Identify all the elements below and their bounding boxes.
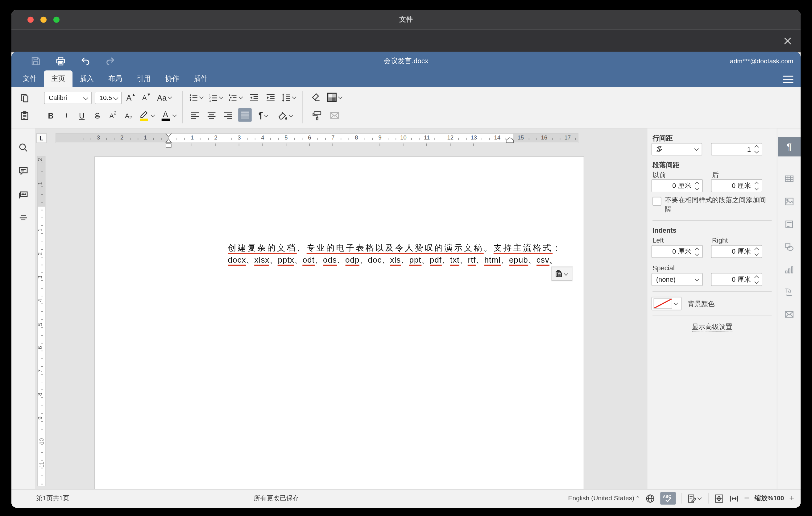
first-line-indent-marker[interactable] xyxy=(165,133,172,144)
line-spacing-button[interactable] xyxy=(281,92,298,103)
image-settings-icon[interactable] xyxy=(784,196,795,207)
fit-width-icon[interactable] xyxy=(729,493,739,503)
clear-style-icon[interactable] xyxy=(310,92,322,103)
spinner-arrows-icon[interactable] xyxy=(753,180,760,192)
subscript-button[interactable]: A2 xyxy=(122,110,135,121)
line-spacing-select[interactable]: 多 xyxy=(651,143,702,155)
spinner-arrows-icon[interactable] xyxy=(753,144,760,155)
zoom-out-button[interactable]: − xyxy=(744,493,749,504)
special-indent-by-spinner[interactable]: 0 厘米 xyxy=(711,273,762,286)
spinner-arrows-icon[interactable] xyxy=(753,246,760,258)
horizontal-ruler[interactable]: 3211234567891011121314151617 xyxy=(56,133,578,143)
spinner-arrows-icon[interactable] xyxy=(694,180,701,192)
ruler-tick xyxy=(278,138,279,140)
bold-button[interactable]: B xyxy=(45,110,57,121)
align-left-icon[interactable] xyxy=(188,110,201,121)
indent-right-spinner[interactable]: 0 厘米 xyxy=(711,245,762,258)
spinner-arrows-icon[interactable] xyxy=(694,246,701,258)
zoom-level[interactable]: 缩放%100 xyxy=(755,494,784,503)
navigation-headings-icon[interactable] xyxy=(18,212,29,224)
doc-text-segment: ： xyxy=(553,243,562,253)
paragraph-shading-button[interactable] xyxy=(277,110,295,121)
view-settings-icon[interactable] xyxy=(783,74,793,82)
paragraph-settings-icon[interactable]: ¶ xyxy=(778,137,801,156)
comments-icon[interactable] xyxy=(18,165,29,176)
left-indent-marker[interactable] xyxy=(165,144,172,147)
paste-icon[interactable] xyxy=(19,110,30,121)
set-language-icon[interactable] xyxy=(645,493,655,503)
change-case-icon[interactable]: Aa xyxy=(156,92,174,103)
copy-icon[interactable] xyxy=(19,92,30,104)
document-page[interactable]: 创建复杂的文档、专业的电子表格以及令人赞叹的演示文稿。支持主流格式： docx、… xyxy=(94,156,584,489)
language-selector[interactable]: English (United States)⌃ xyxy=(568,495,640,502)
tab-stop-tick xyxy=(239,144,239,146)
chat-icon[interactable] xyxy=(18,190,29,201)
tab-home[interactable]: 主页 xyxy=(44,70,72,87)
svg-text:3: 3 xyxy=(209,99,211,103)
close-icon[interactable] xyxy=(782,35,793,47)
copy-style-icon[interactable] xyxy=(311,110,323,121)
chart-settings-icon[interactable] xyxy=(784,264,795,276)
right-indent-marker[interactable] xyxy=(506,137,514,143)
bullet-list-button[interactable] xyxy=(188,92,205,103)
spinner-arrows-icon[interactable] xyxy=(753,274,760,285)
shape-settings-icon[interactable] xyxy=(784,241,795,253)
italic-button[interactable]: I xyxy=(60,110,72,121)
mail-merge-settings-icon[interactable] xyxy=(784,309,795,320)
align-right-icon[interactable] xyxy=(222,110,234,121)
line-spacing-value-spinner[interactable]: 1 xyxy=(711,143,762,155)
tab-insert[interactable]: 插入 xyxy=(72,70,101,87)
ruler-tick xyxy=(317,138,318,140)
indent-left-spinner[interactable]: 0 厘米 xyxy=(651,245,703,258)
tab-file[interactable]: 文件 xyxy=(16,70,44,87)
track-changes-icon[interactable] xyxy=(687,493,703,503)
align-center-icon[interactable] xyxy=(205,110,218,121)
multilevel-list-button[interactable] xyxy=(228,92,245,103)
special-indent-select[interactable]: (none) xyxy=(651,273,703,286)
superscript-button[interactable]: A2 xyxy=(107,110,119,121)
fit-page-icon[interactable] xyxy=(714,493,724,503)
decrease-font-icon[interactable]: A▼ xyxy=(140,92,153,103)
strikethrough-button[interactable]: S xyxy=(91,110,103,121)
ruler-number: 13 xyxy=(470,134,477,140)
tab-plugins[interactable]: 插件 xyxy=(186,70,215,87)
tab-references[interactable]: 引用 xyxy=(129,70,158,87)
chevron-down-icon xyxy=(673,301,678,305)
show-advanced-settings-link[interactable]: 显示高级设置 xyxy=(647,322,777,332)
font-color-button[interactable]: A xyxy=(160,109,178,122)
mail-merge-icon[interactable] xyxy=(328,110,341,121)
spacing-after-spinner[interactable]: 0 厘米 xyxy=(711,179,762,192)
spellcheck-icon[interactable]: ABC xyxy=(660,492,676,505)
ruler-tick xyxy=(83,138,83,140)
increase-font-icon[interactable]: A▲ xyxy=(125,92,137,103)
nonprinting-chars-button[interactable]: ¶ xyxy=(256,110,272,121)
tab-layout[interactable]: 布局 xyxy=(101,70,129,87)
tab-selector-button[interactable]: L xyxy=(36,133,47,143)
increase-indent-icon[interactable] xyxy=(264,92,277,103)
background-color-picker[interactable] xyxy=(651,297,682,311)
search-icon[interactable] xyxy=(18,142,29,153)
save-status: 所有更改已保存 xyxy=(254,489,299,507)
numbered-list-button[interactable]: 123 xyxy=(208,92,225,103)
vertical-ruler[interactable]: 211234567891011 xyxy=(37,156,46,486)
decrease-indent-icon[interactable] xyxy=(248,92,260,103)
font-name-select[interactable]: Calibri xyxy=(44,92,92,104)
tab-collaboration[interactable]: 协作 xyxy=(158,70,186,87)
ruler-tick xyxy=(114,138,115,140)
zoom-in-button[interactable]: + xyxy=(789,493,794,504)
highlight-color-button[interactable] xyxy=(138,109,156,122)
ruler-tick xyxy=(575,138,576,140)
paste-options-button[interactable] xyxy=(552,267,572,281)
page-color-button[interactable] xyxy=(325,92,345,103)
page-count[interactable]: 第1页共1页 xyxy=(36,489,69,507)
font-size-select[interactable]: 10.5 xyxy=(95,92,121,104)
tab-stop-tick xyxy=(379,144,380,146)
text-art-settings-icon[interactable]: Ta xyxy=(784,286,795,297)
chevron-down-icon xyxy=(564,271,568,275)
no-space-same-style-checkbox[interactable] xyxy=(652,197,662,206)
justify-icon[interactable] xyxy=(238,108,252,122)
table-settings-icon[interactable] xyxy=(784,173,795,184)
spacing-before-spinner[interactable]: 0 厘米 xyxy=(651,179,703,192)
header-footer-settings-icon[interactable] xyxy=(784,219,795,230)
underline-button[interactable]: U xyxy=(76,110,88,121)
